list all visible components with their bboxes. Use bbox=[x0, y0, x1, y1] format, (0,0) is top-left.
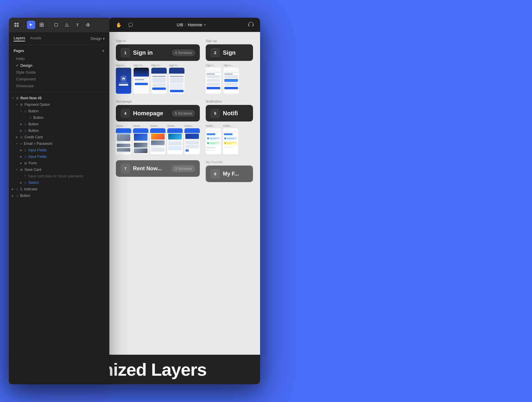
design-button[interactable]: Design ▾ bbox=[91, 37, 105, 41]
page-design-check: ✓ bbox=[16, 64, 19, 67]
diamond-icon-btn4: ◇ bbox=[24, 129, 27, 133]
cursor-tool-icon[interactable] bbox=[27, 21, 35, 29]
tab-assets[interactable]: Assets bbox=[30, 36, 41, 41]
signin-title: Sign in bbox=[133, 49, 169, 56]
layer-button-3[interactable]: ▶ ◇ Button bbox=[9, 121, 109, 127]
layer-name-cc: Credit Card bbox=[25, 135, 43, 139]
signin-number: 1 bbox=[121, 48, 130, 57]
layer-toggle-btn5[interactable]: ▶ bbox=[11, 194, 14, 197]
toolbar: T bbox=[9, 18, 109, 32]
layer-input-fields-2[interactable]: ▶ ◇ Input Fields bbox=[9, 153, 109, 160]
layer-toggle-ep[interactable]: ▾ bbox=[15, 142, 18, 145]
layer-form[interactable]: ▶ ⊞ Form bbox=[9, 160, 109, 166]
page-component[interactable]: Component bbox=[14, 76, 105, 82]
layer-toggle-if1[interactable]: ▶ bbox=[20, 149, 22, 152]
toolbar-divider-1 bbox=[24, 22, 24, 27]
signin-thumbs: Sign In... bbox=[116, 64, 200, 94]
layer-toggle-payment[interactable]: ▾ bbox=[15, 103, 18, 106]
headphones-icon[interactable] bbox=[248, 22, 254, 28]
hp-thumb-4 bbox=[167, 128, 183, 154]
notif-group-label: Notification bbox=[206, 100, 253, 103]
layer-toggle-sc[interactable]: ▾ bbox=[15, 168, 18, 171]
canvas-title: UI8 / Homme ▾ bbox=[177, 22, 206, 27]
component-tool-icon[interactable] bbox=[84, 21, 92, 29]
hp-thumb-2 bbox=[133, 128, 148, 154]
comment-tool[interactable] bbox=[126, 21, 135, 29]
layer-input-fields-1[interactable]: ▶ ◇ Input Fields bbox=[9, 147, 109, 153]
pen-tool-icon[interactable] bbox=[63, 21, 71, 29]
layer-payment-option[interactable]: ▾ ⊞ Payment Option bbox=[9, 101, 109, 108]
pages-add-button[interactable]: + bbox=[102, 48, 105, 54]
layer-email-password[interactable]: ▾ ≡ Email = Password bbox=[9, 140, 109, 147]
page-style-guide[interactable]: Style Guide bbox=[14, 69, 105, 76]
layer-toggle-btn4[interactable]: ▶ bbox=[20, 129, 22, 132]
signup-number: 2 bbox=[210, 48, 220, 57]
notif-thumb-1-wrap: Notific... bbox=[206, 124, 221, 154]
layer-toggle-form[interactable]: ▶ bbox=[20, 162, 22, 165]
layer-toggle-btn1[interactable]: ▾ bbox=[20, 110, 22, 113]
layer-name-btn2: Button bbox=[33, 116, 43, 120]
layer-rent-now[interactable]: ▾ ⊞ Rent Now #5 bbox=[9, 95, 109, 101]
screen-group-signin: Sign in 1 Sign in 4 Screens Sign In... bbox=[116, 39, 200, 94]
layer-toggle-rent-now[interactable]: ▾ bbox=[11, 97, 14, 100]
diamond-icon-if1: ◇ bbox=[24, 148, 27, 152]
page-design[interactable]: ✓ Design bbox=[14, 62, 105, 69]
canvas-area: Sign in 1 Sign in 4 Screens Sign In... bbox=[109, 32, 260, 384]
layer-indicator[interactable]: ▶ ◇ 1. Indicator bbox=[9, 186, 109, 192]
layer-save-card-text[interactable]: T Save card data for future payments bbox=[9, 173, 109, 179]
tab-layers[interactable]: Layers bbox=[14, 36, 25, 41]
page-component-label: Component bbox=[16, 77, 36, 81]
page-design-label: Design bbox=[20, 63, 32, 68]
layer-toggle-ind[interactable]: ▶ bbox=[11, 188, 14, 191]
notif-number: 5 bbox=[210, 108, 220, 118]
my-fav-card: 8 My F... bbox=[206, 166, 253, 182]
frame-icon-rent-now: ⊞ bbox=[16, 96, 19, 100]
pages-title: Pages bbox=[14, 49, 24, 53]
layer-button-5[interactable]: ▶ ◇ Button bbox=[9, 192, 109, 199]
layer-credit-card[interactable]: ▶ ⊟ Credit Card bbox=[9, 134, 109, 140]
signin-thumb-1 bbox=[116, 68, 131, 94]
layer-button-4[interactable]: ▶ ◇ Button bbox=[9, 127, 109, 134]
frame-tool-icon[interactable] bbox=[38, 21, 46, 29]
hp-thumb-2-wrap: Home... bbox=[133, 124, 148, 154]
layer-button-2[interactable]: ≡ Button bbox=[9, 114, 109, 121]
layer-toggle-if2[interactable]: ▶ bbox=[20, 155, 22, 158]
notif-thumb-2 bbox=[223, 128, 238, 154]
signin-thumb-4-wrap: Sign In... bbox=[169, 64, 184, 94]
hp-thumb-1 bbox=[116, 128, 131, 154]
signup-group-label: Sign up bbox=[206, 39, 253, 43]
hp-thumb-1-wrap: Home... bbox=[116, 124, 131, 154]
svg-rect-5 bbox=[42, 23, 43, 25]
layer-switch[interactable]: ▶ ◇ Switch bbox=[9, 179, 109, 186]
bottom-card-2: My Favorite 8 My F... bbox=[206, 160, 253, 182]
layer-toggle-cc[interactable]: ▶ bbox=[15, 136, 18, 139]
hp-thumb-3-wrap: Home... bbox=[150, 124, 166, 154]
canvas-dropdown-arrow[interactable]: ▾ bbox=[204, 23, 206, 27]
signup-thumb-2 bbox=[223, 68, 239, 94]
hand-tool[interactable]: ✋ bbox=[115, 21, 123, 29]
page-hello[interactable]: Hello bbox=[14, 55, 105, 62]
notif-card: 5 Notifi bbox=[206, 105, 253, 121]
signin-thumb-1-label: Sign In... bbox=[116, 64, 131, 67]
signup-thumbs: Sign u... bbox=[206, 64, 253, 94]
signin-card: 1 Sign in 4 Screens bbox=[116, 44, 200, 61]
bottom-partial-row: 7 Rent Now... 3 Screens My Favorite 8 My… bbox=[116, 160, 253, 182]
page-hello-label: Hello bbox=[16, 56, 25, 61]
layer-save-card[interactable]: ▾ ⊞ Save Card bbox=[9, 166, 109, 173]
grid-tool-icon[interactable] bbox=[12, 21, 21, 29]
page-showcase[interactable]: Showcase bbox=[14, 82, 105, 89]
text-tool-icon[interactable]: T bbox=[73, 21, 82, 29]
signin-count: 4 Screens bbox=[172, 49, 195, 56]
svg-rect-10 bbox=[253, 24, 254, 26]
layer-toggle-btn3[interactable]: ▶ bbox=[20, 123, 22, 126]
svg-rect-3 bbox=[17, 25, 19, 27]
shape-tool-icon[interactable] bbox=[52, 21, 60, 29]
svg-rect-2 bbox=[14, 25, 16, 27]
canvas-title-separator: / bbox=[185, 22, 186, 27]
layer-toggle-sw[interactable]: ▶ bbox=[20, 181, 22, 184]
pages-section: Pages + Hello ✓ Design Style Guide Compo… bbox=[9, 45, 109, 93]
diamond-icon-ind: ◇ bbox=[16, 187, 18, 191]
layer-toggle-btn2-spacer bbox=[25, 116, 28, 119]
diamond-icon-btn5: ◇ bbox=[16, 194, 18, 198]
layer-button-1[interactable]: ▾ ◇ Button bbox=[9, 108, 109, 114]
